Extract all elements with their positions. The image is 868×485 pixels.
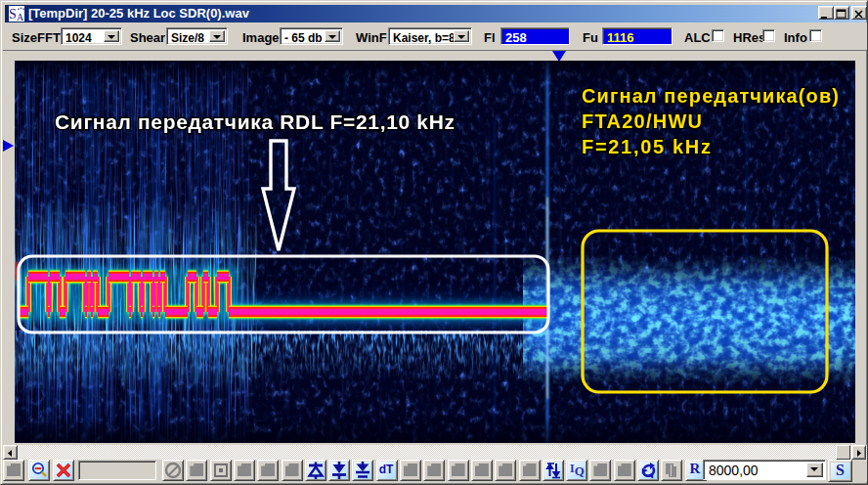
svg-text:Сигнал передатчика RDL F=21,10: Сигнал передатчика RDL F=21,10 kHz [55,110,455,133]
svg-text:S: S [9,7,17,22]
svg-text:Сигнал передатчика(ов): Сигнал передатчика(ов) [582,85,839,107]
svg-text:FTA20/HWU: FTA20/HWU [582,110,702,132]
svg-text:A: A [17,12,24,22]
svg-text:F=21,05 kHz: F=21,05 kHz [582,136,711,157]
